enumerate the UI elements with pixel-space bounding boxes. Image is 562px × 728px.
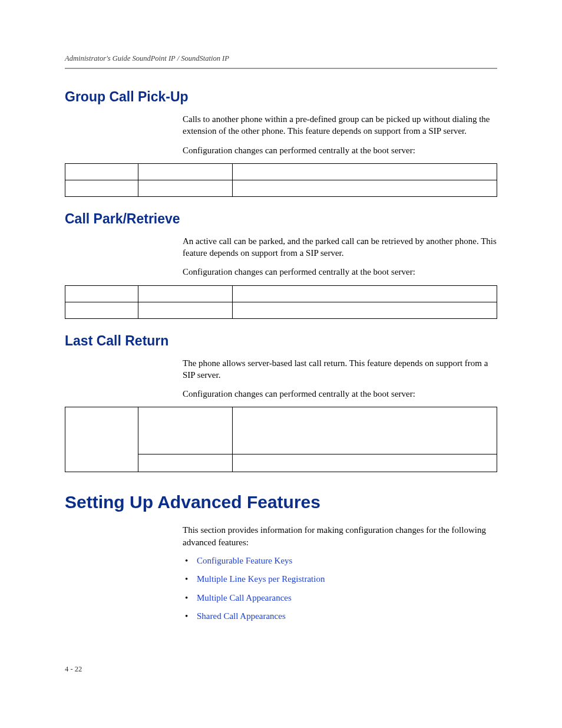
paragraph: Configuration changes can performed cent…	[183, 144, 497, 156]
table-cell	[233, 180, 497, 196]
table-cell	[138, 454, 233, 472]
list-item: Shared Call Appearances	[183, 611, 497, 622]
list-item: Configurable Feature Keys	[183, 555, 497, 567]
link-multiple-line-keys[interactable]: Multiple Line Keys per Registration	[197, 574, 325, 584]
config-table-call-park-retrieve	[65, 285, 497, 319]
table-cell	[138, 407, 233, 454]
section-body: The phone allows server-based last call …	[183, 357, 497, 400]
table-cell	[65, 180, 138, 196]
table-row	[65, 302, 497, 318]
table-cell	[138, 163, 233, 180]
paragraph: An active call can be parked, and the pa…	[183, 235, 497, 259]
paragraph: Calls to another phone within a pre-defi…	[183, 113, 497, 137]
table-cell	[233, 163, 497, 180]
list-item: Multiple Line Keys per Registration	[183, 574, 497, 585]
table-cell	[233, 407, 497, 454]
table-cell	[233, 285, 497, 302]
paragraph: This section provides information for ma…	[183, 524, 497, 548]
link-configurable-feature-keys[interactable]: Configurable Feature Keys	[197, 556, 292, 565]
section-body: Calls to another phone within a pre-defi…	[183, 113, 497, 156]
document-page: Administrator's Guide SoundPoint IP / So…	[0, 0, 562, 728]
heading-last-call-return: Last Call Return	[65, 333, 497, 349]
list-item: Multiple Call Appearances	[183, 592, 497, 604]
config-table-last-call-return	[65, 407, 497, 472]
paragraph: Configuration changes can performed cent…	[183, 266, 497, 278]
config-table-group-call-pickup	[65, 163, 497, 197]
paragraph: The phone allows server-based last call …	[183, 357, 497, 381]
advanced-feature-list: Configurable Feature Keys Multiple Line …	[183, 555, 497, 622]
link-shared-call-appearances[interactable]: Shared Call Appearances	[197, 611, 286, 621]
table-cell	[233, 302, 497, 318]
table-row	[65, 163, 497, 180]
section-body: An active call can be parked, and the pa…	[183, 235, 497, 278]
table-cell	[65, 407, 138, 472]
table-row	[65, 285, 497, 302]
table-cell	[233, 454, 497, 472]
table-cell	[65, 302, 138, 318]
table-cell	[138, 302, 233, 318]
page-number: 4 - 22	[65, 665, 82, 674]
table-cell	[65, 285, 138, 302]
link-multiple-call-appearances[interactable]: Multiple Call Appearances	[197, 593, 292, 602]
table-row	[65, 407, 497, 454]
heading-group-call-pickup: Group Call Pick-Up	[65, 89, 497, 105]
header-rule	[65, 68, 497, 69]
table-cell	[138, 285, 233, 302]
table-row	[65, 180, 497, 196]
table-cell	[65, 163, 138, 180]
heading-call-park-retrieve: Call Park/Retrieve	[65, 211, 497, 227]
heading-advanced-features: Setting Up Advanced Features	[65, 492, 497, 512]
running-head: Administrator's Guide SoundPoint IP / So…	[65, 54, 497, 63]
paragraph: Configuration changes can performed cent…	[183, 388, 497, 400]
section-body: This section provides information for ma…	[183, 524, 497, 622]
table-cell	[138, 180, 233, 196]
